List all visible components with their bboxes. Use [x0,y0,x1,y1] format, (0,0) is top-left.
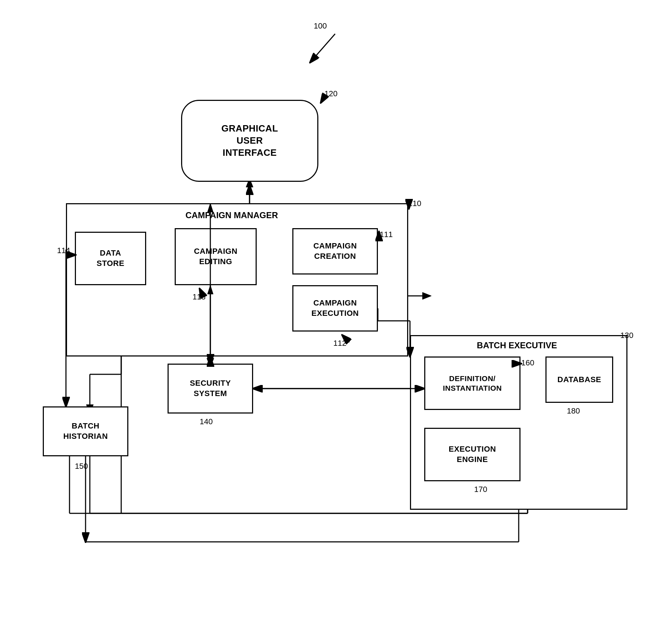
ref-120: 120 [324,89,338,98]
execution-engine-node: EXECUTIONENGINE [424,428,520,481]
campaign-execution-label: CAMPAIGNEXECUTION [312,298,359,318]
campaign-execution-node: CAMPAIGNEXECUTION [292,285,378,332]
definition-instantiation-label: DEFINITION/INSTANTIATION [443,374,502,393]
database-label: DATABASE [558,375,601,385]
ref-111: 111 [380,230,393,239]
campaign-creation-node: CAMPAIGNCREATION [292,228,378,274]
security-system-node: SECURITYSYSTEM [168,364,253,414]
ref-113: 113 [193,292,206,302]
batch-historian-node: BATCHHISTORIAN [43,406,128,456]
campaign-editing-node: CAMPAIGNEDITING [175,228,257,285]
ref-130: 130 [620,331,633,340]
ref-112: 112 [333,339,347,348]
diagram-content: 100 GRAPHICALUSERINTERFACE 120 CAMPAIGN … [0,0,672,621]
batch-executive-label: BATCH EXECUTIVE [449,340,585,350]
gui-label: GRAPHICALUSERINTERFACE [221,123,278,159]
ref-114: 114 [57,246,70,255]
ref-100: 100 [314,21,327,31]
definition-instantiation-node: DEFINITION/INSTANTIATION [424,356,520,410]
gui-node: GRAPHICALUSERINTERFACE [181,100,318,182]
database-node: DATABASE [545,356,613,403]
ref-110: 110 [408,199,421,208]
campaign-manager-label: CAMPAIGN MANAGER [143,210,321,220]
campaign-creation-label: CAMPAIGNCREATION [313,241,357,261]
security-system-label: SECURITYSYSTEM [190,378,231,399]
batch-historian-label: BATCHHISTORIAN [63,421,108,441]
ref-170: 170 [474,485,487,494]
ref-180: 180 [567,406,580,416]
ref-150: 150 [75,462,88,471]
diagram: 100 GRAPHICALUSERINTERFACE 120 CAMPAIGN … [0,0,672,621]
execution-engine-label: EXECUTIONENGINE [449,444,496,465]
ref-160: 160 [521,358,534,368]
data-store-label: DATASTORE [97,248,124,268]
ref-140: 140 [200,417,213,426]
campaign-editing-label: CAMPAIGNEDITING [194,246,237,267]
data-store-node: DATASTORE [75,232,146,285]
